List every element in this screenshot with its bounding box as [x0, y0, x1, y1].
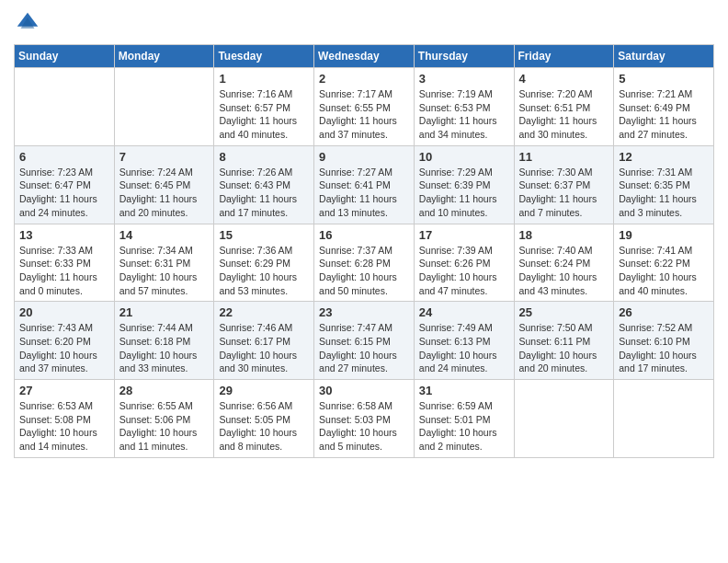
day-info: Sunrise: 7:21 AMSunset: 6:49 PMDaylight:… — [619, 87, 709, 142]
weekday-header-friday: Friday — [514, 45, 614, 68]
day-number: 24 — [419, 305, 509, 319]
calendar-week-2: 6Sunrise: 7:23 AMSunset: 6:47 PMDaylight… — [15, 145, 714, 224]
day-number: 15 — [219, 228, 309, 242]
calendar-cell — [15, 68, 115, 146]
calendar-cell: 31Sunrise: 6:59 AMSunset: 5:01 PMDayligh… — [414, 380, 514, 458]
day-number: 22 — [219, 305, 309, 319]
day-info: Sunrise: 7:17 AMSunset: 6:55 PMDaylight:… — [319, 87, 409, 142]
page-header — [14, 9, 714, 37]
day-info: Sunrise: 7:36 AMSunset: 6:29 PMDaylight:… — [219, 244, 309, 298]
day-number: 30 — [319, 384, 409, 397]
day-info: Sunrise: 7:44 AMSunset: 6:18 PMDaylight:… — [119, 321, 210, 375]
calendar-cell: 14Sunrise: 7:34 AMSunset: 6:31 PMDayligh… — [114, 224, 214, 302]
calendar-cell: 27Sunrise: 6:53 AMSunset: 5:08 PMDayligh… — [15, 380, 115, 458]
day-info: Sunrise: 7:30 AMSunset: 6:37 PMDaylight:… — [519, 166, 609, 220]
day-info: Sunrise: 7:40 AMSunset: 6:24 PMDaylight:… — [519, 244, 609, 298]
day-number: 3 — [419, 72, 509, 86]
day-number: 12 — [619, 150, 709, 164]
calendar-table: SundayMondayTuesdayWednesdayThursdayFrid… — [14, 44, 714, 458]
calendar-cell: 20Sunrise: 7:43 AMSunset: 6:20 PMDayligh… — [15, 302, 115, 380]
day-number: 6 — [19, 150, 109, 164]
day-number: 10 — [419, 150, 509, 164]
day-number: 18 — [519, 228, 609, 242]
day-info: Sunrise: 7:50 AMSunset: 6:11 PMDaylight:… — [519, 321, 609, 375]
day-number: 7 — [119, 150, 210, 164]
day-info: Sunrise: 7:41 AMSunset: 6:22 PMDaylight:… — [619, 244, 709, 298]
calendar-cell: 28Sunrise: 6:55 AMSunset: 5:06 PMDayligh… — [114, 380, 214, 458]
calendar-cell — [614, 380, 714, 458]
day-info: Sunrise: 7:49 AMSunset: 6:13 PMDaylight:… — [419, 321, 509, 375]
calendar-cell: 8Sunrise: 7:26 AMSunset: 6:43 PMDaylight… — [214, 145, 314, 224]
calendar-cell — [514, 380, 614, 458]
day-info: Sunrise: 6:58 AMSunset: 5:03 PMDaylight:… — [319, 399, 409, 454]
day-number: 21 — [119, 305, 210, 319]
day-number: 19 — [619, 228, 709, 242]
calendar-cell: 26Sunrise: 7:52 AMSunset: 6:10 PMDayligh… — [614, 302, 714, 380]
calendar-cell — [114, 68, 214, 146]
day-info: Sunrise: 7:19 AMSunset: 6:53 PMDaylight:… — [419, 87, 509, 142]
day-number: 20 — [19, 305, 109, 319]
day-info: Sunrise: 7:43 AMSunset: 6:20 PMDaylight:… — [19, 321, 109, 375]
day-number: 9 — [319, 150, 409, 164]
day-number: 17 — [419, 228, 509, 242]
calendar-cell: 19Sunrise: 7:41 AMSunset: 6:22 PMDayligh… — [614, 224, 714, 302]
day-info: Sunrise: 7:29 AMSunset: 6:39 PMDaylight:… — [419, 166, 509, 220]
weekday-header-tuesday: Tuesday — [214, 45, 314, 68]
day-info: Sunrise: 7:16 AMSunset: 6:57 PMDaylight:… — [219, 87, 309, 142]
calendar-cell: 5Sunrise: 7:21 AMSunset: 6:49 PMDaylight… — [614, 68, 714, 146]
calendar-week-3: 13Sunrise: 7:33 AMSunset: 6:33 PMDayligh… — [15, 224, 714, 302]
calendar-cell: 9Sunrise: 7:27 AMSunset: 6:41 PMDaylight… — [314, 145, 415, 224]
calendar-cell: 2Sunrise: 7:17 AMSunset: 6:55 PMDaylight… — [314, 68, 415, 146]
calendar-cell: 16Sunrise: 7:37 AMSunset: 6:28 PMDayligh… — [314, 224, 415, 302]
day-number: 5 — [619, 72, 709, 86]
calendar-cell: 24Sunrise: 7:49 AMSunset: 6:13 PMDayligh… — [414, 302, 514, 380]
weekday-header-thursday: Thursday — [414, 45, 514, 68]
calendar-week-5: 27Sunrise: 6:53 AMSunset: 5:08 PMDayligh… — [15, 380, 714, 458]
calendar-cell: 22Sunrise: 7:46 AMSunset: 6:17 PMDayligh… — [214, 302, 314, 380]
weekday-header-sunday: Sunday — [15, 45, 115, 68]
calendar-cell: 3Sunrise: 7:19 AMSunset: 6:53 PMDaylight… — [414, 68, 514, 146]
day-info: Sunrise: 7:31 AMSunset: 6:35 PMDaylight:… — [619, 166, 709, 220]
day-info: Sunrise: 7:33 AMSunset: 6:33 PMDaylight:… — [19, 244, 109, 298]
day-info: Sunrise: 7:46 AMSunset: 6:17 PMDaylight:… — [219, 321, 309, 375]
calendar-cell: 10Sunrise: 7:29 AMSunset: 6:39 PMDayligh… — [414, 145, 514, 224]
day-number: 14 — [119, 228, 210, 242]
day-number: 26 — [619, 305, 709, 319]
calendar-cell: 12Sunrise: 7:31 AMSunset: 6:35 PMDayligh… — [614, 145, 714, 224]
day-number: 28 — [119, 384, 210, 397]
day-number: 1 — [219, 72, 309, 86]
calendar-cell: 7Sunrise: 7:24 AMSunset: 6:45 PMDaylight… — [114, 145, 214, 224]
day-number: 25 — [519, 305, 609, 319]
day-info: Sunrise: 7:23 AMSunset: 6:47 PMDaylight:… — [19, 166, 109, 220]
calendar-cell: 13Sunrise: 7:33 AMSunset: 6:33 PMDayligh… — [15, 224, 115, 302]
calendar-cell: 11Sunrise: 7:30 AMSunset: 6:37 PMDayligh… — [514, 145, 614, 224]
day-info: Sunrise: 7:37 AMSunset: 6:28 PMDaylight:… — [319, 244, 409, 298]
day-number: 4 — [519, 72, 609, 86]
calendar-cell: 1Sunrise: 7:16 AMSunset: 6:57 PMDaylight… — [214, 68, 314, 146]
day-info: Sunrise: 6:59 AMSunset: 5:01 PMDaylight:… — [419, 399, 509, 454]
weekday-header-monday: Monday — [114, 45, 214, 68]
day-number: 2 — [319, 72, 409, 86]
day-info: Sunrise: 7:34 AMSunset: 6:31 PMDaylight:… — [119, 244, 210, 298]
day-info: Sunrise: 6:53 AMSunset: 5:08 PMDaylight:… — [19, 399, 109, 454]
day-number: 13 — [19, 228, 109, 242]
calendar-cell: 17Sunrise: 7:39 AMSunset: 6:26 PMDayligh… — [414, 224, 514, 302]
calendar-cell: 6Sunrise: 7:23 AMSunset: 6:47 PMDaylight… — [15, 145, 115, 224]
calendar-cell: 29Sunrise: 6:56 AMSunset: 5:05 PMDayligh… — [214, 380, 314, 458]
day-info: Sunrise: 7:27 AMSunset: 6:41 PMDaylight:… — [319, 166, 409, 220]
day-info: Sunrise: 7:47 AMSunset: 6:15 PMDaylight:… — [319, 321, 409, 375]
weekday-header-saturday: Saturday — [614, 45, 714, 68]
calendar-cell: 4Sunrise: 7:20 AMSunset: 6:51 PMDaylight… — [514, 68, 614, 146]
day-info: Sunrise: 7:24 AMSunset: 6:45 PMDaylight:… — [119, 166, 210, 220]
logo-icon — [14, 9, 41, 37]
calendar-cell: 25Sunrise: 7:50 AMSunset: 6:11 PMDayligh… — [514, 302, 614, 380]
day-number: 8 — [219, 150, 309, 164]
calendar-week-4: 20Sunrise: 7:43 AMSunset: 6:20 PMDayligh… — [15, 302, 714, 380]
logo — [14, 9, 45, 37]
day-info: Sunrise: 7:52 AMSunset: 6:10 PMDaylight:… — [619, 321, 709, 375]
day-number: 29 — [219, 384, 309, 397]
day-info: Sunrise: 7:39 AMSunset: 6:26 PMDaylight:… — [419, 244, 509, 298]
calendar-cell: 18Sunrise: 7:40 AMSunset: 6:24 PMDayligh… — [514, 224, 614, 302]
calendar-cell: 30Sunrise: 6:58 AMSunset: 5:03 PMDayligh… — [314, 380, 415, 458]
day-number: 16 — [319, 228, 409, 242]
